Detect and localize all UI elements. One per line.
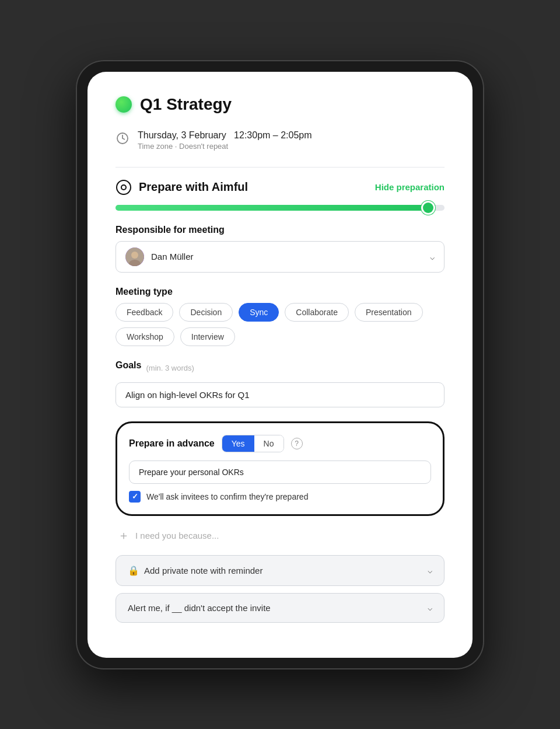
person-left: Dan Müller: [125, 247, 194, 266]
no-button[interactable]: No: [254, 435, 284, 452]
yes-button[interactable]: Yes: [222, 435, 254, 452]
progress-bar-fill: [116, 205, 428, 211]
goals-label-row: Goals (min. 3 words): [116, 360, 444, 376]
dropdown-chevron-icon: ⌵: [430, 252, 435, 261]
tag-collaborate[interactable]: Collaborate: [285, 303, 349, 322]
prepare-input[interactable]: [129, 461, 431, 484]
lock-icon: 🔒: [128, 565, 139, 576]
help-icon[interactable]: ?: [291, 438, 303, 449]
plus-icon: ＋: [118, 528, 130, 543]
app-content: Q1 Strategy Thursday, 3 February 12:30pm…: [88, 72, 473, 658]
private-note-button[interactable]: 🔒 Add private note with reminder ⌵: [116, 555, 444, 586]
private-note-left: 🔒 Add private note with reminder: [128, 565, 262, 576]
svg-point-3: [122, 186, 125, 189]
prepare-header: Prepare with Aimful Hide preparation: [116, 179, 444, 196]
tag-sync[interactable]: Sync: [239, 303, 279, 322]
tags-row: Feedback Decision Sync Collaborate Prese…: [116, 303, 444, 346]
prepare-advance-row: Prepare in advance Yes No ?: [129, 435, 431, 452]
meeting-type-label: Meeting type: [116, 287, 444, 297]
hide-preparation-link[interactable]: Hide preparation: [375, 182, 444, 192]
divider: [116, 167, 444, 168]
alert-label: Alert me, if __ didn't accept the invite: [128, 603, 271, 613]
svg-point-5: [131, 252, 138, 259]
alert-left: Alert me, if __ didn't accept the invite: [128, 603, 271, 613]
alert-chevron-icon: ⌵: [428, 603, 432, 612]
confirm-checkbox[interactable]: ✓: [129, 491, 141, 503]
private-note-label: Add private note with reminder: [144, 566, 262, 575]
person-dropdown[interactable]: Dan Müller ⌵: [116, 241, 444, 273]
progress-bar-container: [116, 205, 444, 211]
time-details: Thursday, 3 February 12:30pm – 2:05pm Ti…: [138, 130, 312, 151]
need-you-row[interactable]: ＋ I need you because...: [116, 528, 444, 543]
goals-section: Goals (min. 3 words): [116, 360, 444, 407]
tag-presentation[interactable]: Presentation: [355, 303, 423, 322]
prepare-title-row: Prepare with Aimful: [116, 179, 248, 196]
time-section: Thursday, 3 February 12:30pm – 2:05pm Ti…: [116, 130, 444, 151]
prepare-section-title: Prepare with Aimful: [139, 180, 248, 194]
need-you-placeholder: I need you because...: [135, 531, 219, 540]
device-wrapper: Q1 Strategy Thursday, 3 February 12:30pm…: [76, 60, 484, 669]
tag-workshop[interactable]: Workshop: [116, 327, 174, 346]
device-screen: Q1 Strategy Thursday, 3 February 12:30pm…: [88, 72, 473, 658]
goals-hint: (min. 3 words): [146, 364, 194, 372]
responsible-section: Responsible for meeting Dan Müller: [116, 225, 444, 273]
status-dot: [116, 96, 132, 113]
tag-interview[interactable]: Interview: [180, 327, 235, 346]
progress-dot: [423, 203, 433, 213]
time-sub: Time zone · Doesn't repeat: [138, 142, 312, 151]
alert-button[interactable]: Alert me, if __ didn't accept the invite…: [116, 593, 444, 623]
goals-label: Goals: [116, 360, 141, 371]
goals-input[interactable]: [116, 382, 444, 407]
prepare-icon: [116, 179, 132, 196]
title-row: Q1 Strategy: [116, 95, 444, 114]
private-note-chevron-icon: ⌵: [428, 566, 432, 575]
clock-icon: [116, 131, 130, 145]
responsible-label: Responsible for meeting: [116, 225, 444, 235]
meeting-type-section: Meeting type Feedback Decision Sync Coll…: [116, 287, 444, 346]
prepare-advance-label: Prepare in advance: [129, 438, 215, 449]
time-main: Thursday, 3 February 12:30pm – 2:05pm: [138, 130, 312, 141]
person-name: Dan Müller: [151, 252, 194, 261]
tag-feedback[interactable]: Feedback: [116, 303, 173, 322]
meeting-title: Q1 Strategy: [140, 95, 232, 114]
avatar: [125, 247, 144, 266]
prepare-advance-section: Prepare in advance Yes No ? ✓ We'll ask …: [116, 421, 444, 516]
checkmark-icon: ✓: [132, 492, 138, 501]
yes-no-group: Yes No: [222, 435, 284, 452]
confirm-checkbox-row: ✓ We'll ask invitees to confirm they're …: [129, 491, 431, 503]
confirm-checkbox-label: We'll ask invitees to confirm they're pr…: [146, 492, 308, 501]
tag-decision[interactable]: Decision: [179, 303, 233, 322]
